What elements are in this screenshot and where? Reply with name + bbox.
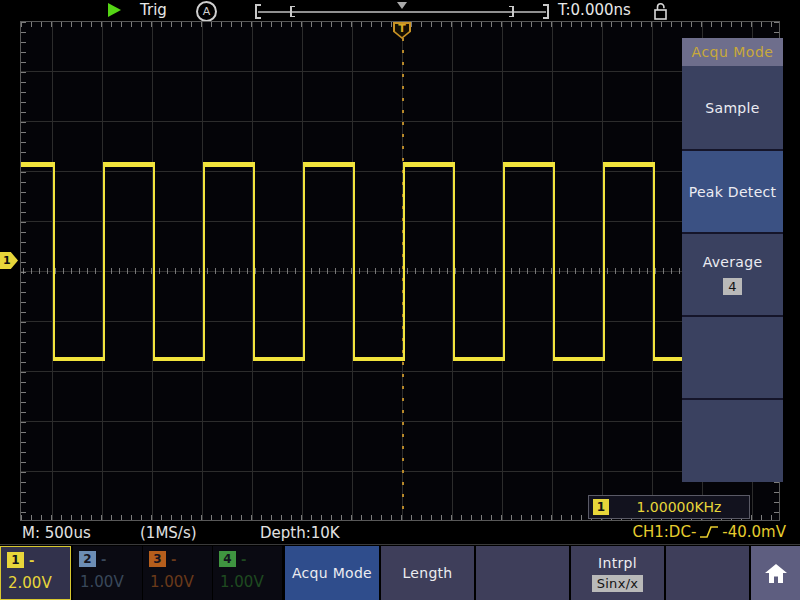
horizontal-position-bar [258, 11, 546, 13]
channel-4-indicator[interactable]: 4 - 1.00V [213, 546, 282, 600]
home-icon [764, 563, 788, 584]
waveform-segment [153, 162, 155, 361]
trigger-level-value: -40.0mV [722, 523, 786, 541]
rising-edge-icon [699, 524, 719, 540]
acquire-side-menu: Acqu Mode Sample Peak Detect Average 4 [682, 38, 783, 482]
hpos-outer-right-bracket-icon [543, 4, 549, 19]
trigger-info-readout: CH1:DC- -40.0mV [633, 523, 786, 541]
channel-2-scale: 1.00V [80, 573, 142, 591]
waveform-segment [553, 357, 603, 361]
waveform-segment [153, 357, 203, 361]
channel-2-coupling: - [101, 552, 106, 567]
menu-button-acqu-mode[interactable]: Acqu Mode [285, 546, 379, 600]
waveform-segment [253, 162, 255, 361]
waveform-segment [253, 357, 303, 361]
waveform-segment [553, 162, 555, 361]
waveform-segment [103, 162, 153, 167]
interpolation-mode-badge[interactable]: Sinx/x [592, 575, 644, 592]
menu-item-label: Peak Detect [689, 184, 777, 200]
waveform-segment [353, 357, 403, 361]
channel-1-scale: 2.00V [8, 574, 70, 592]
frequency-value: 1.00000KHz [609, 499, 749, 515]
hpos-inner-left-bracket-icon [290, 6, 295, 17]
channel-2-indicator[interactable]: 2 - 1.00V [73, 546, 142, 600]
waveform-segment [503, 162, 553, 167]
menu-button-label: Intrpl [598, 555, 637, 571]
menu-item-label: Average [703, 254, 763, 270]
menu-button-length[interactable]: Length [381, 546, 474, 600]
channel-4-scale: 1.00V [220, 573, 282, 591]
hpos-inner-right-bracket-icon [509, 6, 514, 17]
waveform-segment [353, 162, 355, 361]
hpos-outer-left-bracket-icon [255, 4, 261, 19]
frequency-channel-badge: 1 [593, 499, 609, 515]
waveform-segment [653, 357, 683, 361]
waveform-segment [53, 162, 55, 361]
waveform-segment [453, 357, 503, 361]
time-offset-readout: T:0.000ns [558, 1, 631, 19]
menu-item-sample[interactable]: Sample [682, 66, 783, 149]
waveform-segment [203, 162, 205, 361]
channel-4-badge: 4 [219, 551, 236, 567]
menu-item-average[interactable]: Average 4 [682, 232, 783, 315]
waveform-segment [603, 162, 653, 167]
menu-button-intrpl[interactable]: Intrpl Sinx/x [571, 546, 664, 600]
menu-button-empty-1[interactable] [476, 546, 569, 600]
oscilloscope-screen: Trig A T:0.000ns T 1 Acqu Mode Sample Pe [0, 0, 800, 600]
channel1-level-marker[interactable]: 1 [0, 252, 18, 269]
waveform-segment [21, 162, 53, 167]
hpos-pointer-icon [397, 2, 407, 9]
channel-1-indicator[interactable]: 1 - 2.00V [0, 546, 71, 600]
auto-trigger-icon: A [196, 1, 217, 22]
waveform-segment [603, 162, 605, 361]
channel-3-coupling: - [171, 552, 176, 567]
waveform-segment [53, 357, 103, 361]
menu-item-empty-2[interactable] [682, 398, 783, 481]
menu-item-label: Sample [705, 100, 759, 116]
waveform-segment [103, 162, 105, 361]
average-count-badge[interactable]: 4 [723, 278, 742, 295]
menu-button-label: Acqu Mode [292, 565, 372, 581]
channel-3-scale: 1.00V [150, 573, 212, 591]
run-state-play-icon [108, 3, 121, 17]
trig-label: Trig [140, 1, 167, 19]
menu-item-empty-1[interactable] [682, 315, 783, 398]
waveform-segment [503, 162, 505, 361]
waveform-segment [203, 162, 253, 167]
channel-4-coupling: - [241, 552, 246, 567]
waveform-segment [453, 162, 455, 361]
menu-button-label: Length [402, 565, 452, 581]
frequency-meter: 1 1.00000KHz [588, 495, 750, 519]
menu-item-peak-detect[interactable]: Peak Detect [682, 149, 783, 232]
channel-1-coupling: - [29, 553, 34, 568]
waveform-display: T [20, 21, 780, 521]
trigger-source-coupling: CH1:DC- [633, 523, 697, 541]
side-menu-title: Acqu Mode [682, 38, 783, 66]
sample-rate-readout: (1MS/s) [140, 524, 197, 542]
memory-depth-readout: Depth:10K [260, 524, 340, 542]
waveform-segment [403, 162, 453, 167]
home-button[interactable] [751, 546, 800, 600]
waveform-segment [303, 162, 305, 361]
waveform-segment [303, 162, 353, 167]
channel-3-badge: 3 [149, 551, 166, 567]
channel-2-badge: 2 [79, 551, 96, 567]
timebase-readout: M: 500us [22, 524, 91, 542]
waveform-segment [653, 162, 655, 361]
trigger-marker-letter: T [393, 22, 411, 36]
menu-button-empty-2[interactable] [666, 546, 749, 600]
channel-1-badge: 1 [7, 552, 24, 568]
waveform-segment [403, 162, 405, 361]
waveform-trace [21, 22, 779, 520]
channel-3-indicator[interactable]: 3 - 1.00V [143, 546, 212, 600]
